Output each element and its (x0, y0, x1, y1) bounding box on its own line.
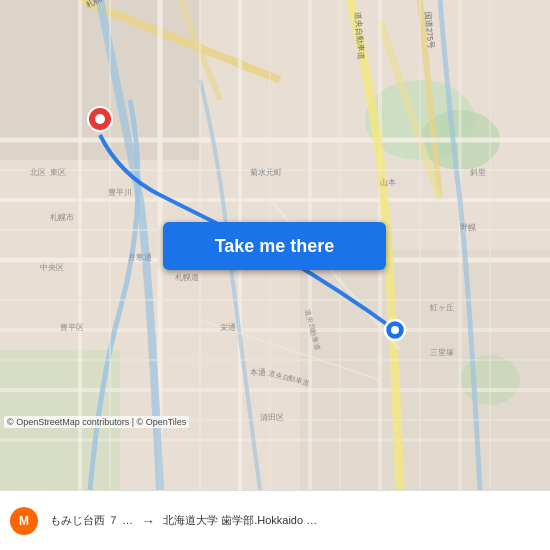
bottom-bar: M もみじ台西 ７ … → 北海道大学 歯学部.Hokkaido Univ… (0, 490, 550, 550)
svg-text:山本: 山本 (380, 178, 396, 187)
svg-text:虹ヶ丘: 虹ヶ丘 (430, 303, 454, 312)
svg-text:野幌: 野幌 (460, 223, 476, 232)
svg-text:北区: 北区 (30, 168, 46, 177)
svg-text:東区: 東区 (50, 168, 66, 177)
route-arrow-icon: → (141, 513, 155, 529)
svg-point-55 (391, 326, 399, 334)
map-container: 札幌自動車道 道央自動車道 国道275号 豊平川 月寒通 東区 札幌市 中央区 … (0, 0, 550, 490)
svg-text:清田区: 清田区 (260, 413, 284, 422)
svg-text:三里塚: 三里塚 (430, 348, 454, 357)
svg-text:本通: 本通 (250, 368, 266, 377)
map-attribution: © OpenStreetMap contributors | © OpenTil… (4, 416, 189, 428)
svg-text:斜里: 斜里 (470, 168, 486, 177)
svg-text:月寒通: 月寒通 (128, 253, 152, 262)
svg-point-58 (95, 114, 105, 124)
to-location-text: 北海道大学 歯学部.Hokkaido Univ… (163, 513, 323, 528)
svg-text:中央区: 中央区 (40, 263, 64, 272)
moovit-icon: M (10, 507, 38, 535)
svg-text:菊水元町: 菊水元町 (250, 168, 282, 177)
svg-text:豊平区: 豊平区 (60, 323, 84, 332)
from-location-text: もみじ台西 ７ … (50, 513, 133, 528)
svg-text:栄通: 栄通 (220, 323, 236, 332)
svg-text:豊平川: 豊平川 (108, 188, 132, 197)
take-me-there-button[interactable]: Take me there (163, 222, 386, 270)
svg-text:札幌道: 札幌道 (175, 273, 199, 282)
moovit-logo: M (10, 507, 38, 535)
svg-text:札幌市: 札幌市 (50, 213, 74, 222)
